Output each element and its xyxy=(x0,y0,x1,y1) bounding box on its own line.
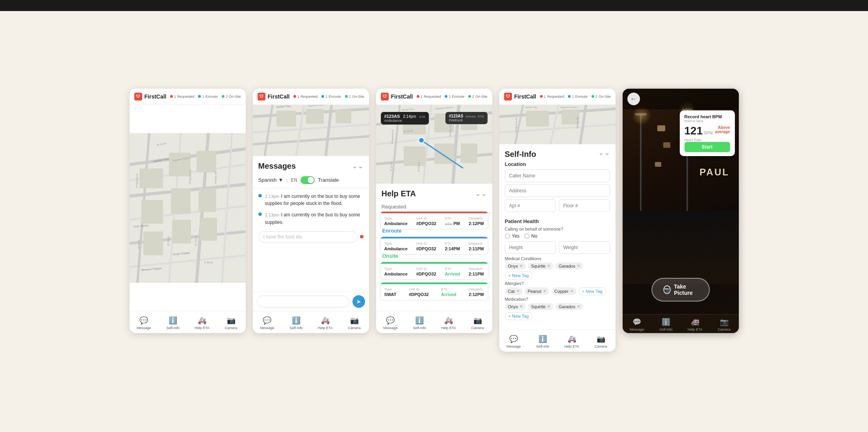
nav-helpeta-2[interactable]: 🚑 Help ETA xyxy=(311,315,340,331)
si-radio-row: Yes No xyxy=(505,233,610,239)
eta-card-1: Type Ambulance Unit ID #DPQO32 ETA 2:14P… xyxy=(380,236,488,255)
tag-remove-garados[interactable]: ✕ xyxy=(577,264,580,268)
enroute-label: Enroute xyxy=(205,95,218,99)
nav-message-1[interactable]: 💬 Message xyxy=(130,315,159,331)
floor-input[interactable] xyxy=(559,199,610,212)
paul-sign: PAUL xyxy=(699,167,729,178)
medical-add-tag[interactable]: + New Tag xyxy=(505,272,532,279)
tag-remove-med-garados[interactable]: ✕ xyxy=(577,304,580,309)
weight-input[interactable] xyxy=(559,241,610,254)
svg-text:W 2nd St: W 2nd St xyxy=(417,162,420,171)
address-input[interactable] xyxy=(505,184,610,197)
status-badges-2: 1 Requested 1 Enroute 2 On-Site xyxy=(293,95,364,99)
map-view-1[interactable]: Harbor Fwy Civic Center N Figueroa St N … xyxy=(130,105,246,311)
nav-camera-4[interactable]: 📷 Camera xyxy=(586,333,616,350)
eta-title: Help ETA xyxy=(382,189,416,198)
eta-chevron[interactable]: ⌄⌄ xyxy=(475,189,487,198)
shield-icon-3: 🛡 xyxy=(381,93,389,101)
nav-message-2[interactable]: 💬 Message xyxy=(253,315,282,331)
nav-camera-3[interactable]: 📷 Camera xyxy=(463,315,492,331)
requested-label: Requested xyxy=(376,201,492,211)
cam-nav-selfinfo[interactable]: ℹ️ Self-Info xyxy=(651,318,681,331)
logo-2: 🛡 FirstCall xyxy=(258,93,290,101)
nav-selfinfo-1[interactable]: ℹ️ Self-Info xyxy=(158,315,187,331)
apt-input[interactable] xyxy=(505,199,556,212)
screen3-map: Harbor Fwy Figueros Plaza II N Figueroa … xyxy=(376,105,492,184)
logo: 🛡 FirstCall xyxy=(134,93,167,101)
svg-rect-17 xyxy=(143,231,163,255)
nav-selfinfo-2[interactable]: ℹ️ Self-Info xyxy=(282,315,311,331)
toggle-knob xyxy=(308,177,314,183)
send-button[interactable]: ➤ xyxy=(352,295,365,308)
cam-nav-camera[interactable]: 📷 Camera xyxy=(710,318,739,331)
svg-rect-42 xyxy=(336,110,351,123)
svg-text:W 1st St: W 1st St xyxy=(390,162,393,171)
caller-name-input[interactable] xyxy=(505,169,610,182)
partial-message: I have the food dw xyxy=(258,231,358,242)
nav-message-4[interactable]: 💬 Message xyxy=(499,333,529,350)
svg-rect-41 xyxy=(306,109,324,124)
allergy-add-tag[interactable]: + New Tag xyxy=(579,287,606,295)
tag-remove-copper[interactable]: ✕ xyxy=(570,289,573,293)
messages-chevron[interactable]: ⌄⌄ xyxy=(352,162,364,170)
onsite-dot xyxy=(222,95,224,98)
nav-camera-2[interactable]: 📷 Camera xyxy=(340,315,369,331)
nav-helpeta-3[interactable]: 🚑 Help ETA xyxy=(434,315,463,331)
screen3-bottom-nav: 💬 Message ℹ️ Self-Info 🚑 Help ETA 📷 Came… xyxy=(376,311,492,333)
nav-message-3[interactable]: 💬 Message xyxy=(376,315,405,331)
svg-text:E 4th St: E 4th St xyxy=(204,261,213,263)
enroute-count: 1 xyxy=(202,95,204,99)
nav-selfinfo-3[interactable]: ℹ️ Self-Info xyxy=(405,315,434,331)
language-selector[interactable]: Spanish ▼ xyxy=(258,177,284,183)
radio-no-circle xyxy=(524,233,530,239)
popup-id: #123AS xyxy=(384,114,400,119)
screen3-header: 🛡 FirstCall 1 Requested 1 Enroute 2 On- xyxy=(376,89,492,105)
message-1: 2:13pm I am currently on the bus to buy … xyxy=(258,192,364,207)
translate-toggle[interactable] xyxy=(300,176,315,184)
height-input[interactable] xyxy=(505,241,556,254)
medication-label: Medication? xyxy=(505,297,610,302)
nav-selfinfo-label-1: Self-Info xyxy=(166,326,180,330)
si-chevron[interactable]: ⌄⌄ xyxy=(598,148,610,157)
bpm-start-button[interactable]: Start xyxy=(684,142,730,152)
nav-camera-1[interactable]: 📷 Camera xyxy=(217,315,246,331)
app-name: FirstCall xyxy=(145,93,167,100)
bpm-status: Above average xyxy=(713,125,730,134)
tag-remove-peanut[interactable]: ✕ xyxy=(543,289,546,293)
svg-text:Figueros Plaza II: Figueros Plaza II xyxy=(560,106,578,108)
dot-red-2 xyxy=(293,95,296,98)
cam-nav-message[interactable]: 💬 Message xyxy=(623,318,652,331)
medication-tag-0: Onyx ✕ xyxy=(505,303,526,310)
selfinfo-icon: ℹ️ xyxy=(169,316,177,325)
cam-nav-helpeta[interactable]: 🚑 Help ETA xyxy=(681,318,710,331)
allergy-tag-1: Peanut ✕ xyxy=(525,287,549,295)
svg-rect-56 xyxy=(434,143,454,164)
card-body-0: Type Ambulance Unit ID #DPQO32 ETA --:--… xyxy=(380,213,488,229)
svg-rect-13 xyxy=(197,151,216,172)
tag-remove-med-onyx[interactable]: ✕ xyxy=(519,304,523,309)
dot-blue-2 xyxy=(321,95,324,98)
si-radio-yes[interactable]: Yes xyxy=(505,233,520,239)
tag-remove-squirtle[interactable]: ✕ xyxy=(547,264,550,268)
medical-tag-1: Squirtle ✕ xyxy=(528,263,553,270)
eta-header: Help ETA ⌄⌄ xyxy=(376,184,492,201)
allergy-tag-2: Copper ✕ xyxy=(551,287,577,295)
message-input[interactable] xyxy=(257,296,349,307)
tag-remove-onyx[interactable]: ✕ xyxy=(519,264,523,268)
back-button[interactable]: ← xyxy=(627,93,640,105)
nav-helpeta-4[interactable]: 🚑 Help ETA xyxy=(557,333,586,350)
nav-selfinfo-4[interactable]: ℹ️ Self-Info xyxy=(528,333,557,350)
eta-card-onsite-wrap: Onsite Type Ambulance Unit ID #DPQO32 xyxy=(380,257,488,280)
tag-remove-med-squirtle[interactable]: ✕ xyxy=(547,304,550,309)
message-input-area: ➤ xyxy=(253,292,369,311)
medication-add-tag[interactable]: + New Tag xyxy=(505,312,532,320)
typing-row: I have the food dw xyxy=(258,230,364,244)
tag-remove-cat[interactable]: ✕ xyxy=(516,289,519,293)
take-picture-button[interactable]: 📷 Take Picture xyxy=(651,278,710,302)
nav-helpeta-1[interactable]: 🚑 Help ETA xyxy=(187,315,217,331)
si-radio-no[interactable]: No xyxy=(524,233,537,239)
shield-icon-4: 🛡 xyxy=(504,93,512,101)
bpm-title: Record heart BPM xyxy=(684,114,730,119)
logo-4: 🛡 FirstCall xyxy=(504,93,536,101)
radio-no-label: No xyxy=(531,233,537,239)
